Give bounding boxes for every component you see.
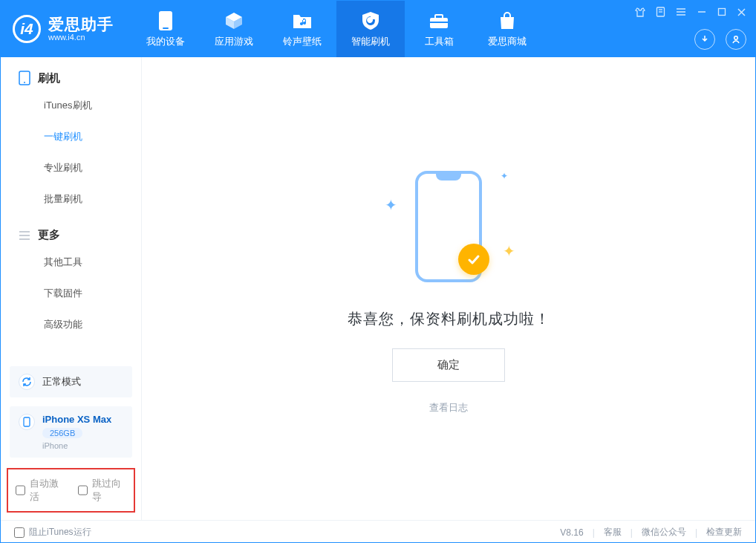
sidebar-category-flash: 刷机 — [1, 57, 141, 90]
checkbox-auto-activate[interactable]: 自动激活 — [16, 477, 65, 504]
nav-smart-flash[interactable]: 智能刷机 — [336, 1, 405, 57]
minimize-button[interactable] — [697, 7, 707, 19]
success-message: 恭喜您，保资料刷机成功啦！ — [348, 309, 550, 329]
sidebar: 刷机 iTunes刷机 一键刷机 专业刷机 批量刷机 更多 其他工具 下载固件 … — [1, 57, 142, 520]
checkbox-label: 阻止iTunes运行 — [29, 526, 91, 539]
checkbox-label: 跳过向导 — [92, 477, 127, 504]
nav-my-device[interactable]: 我的设备 — [131, 1, 200, 57]
sidebar-category-label: 更多 — [38, 228, 60, 242]
sidebar-item-advanced[interactable]: 高级功能 — [1, 309, 141, 340]
svg-rect-1 — [163, 27, 169, 29]
separator: | — [630, 527, 633, 538]
cube-icon — [223, 10, 245, 32]
sparkle-icon: ✦ — [501, 171, 508, 181]
bag-icon — [496, 10, 518, 32]
nav-store[interactable]: 爱思商城 — [473, 1, 541, 57]
success-illustration: ✦ ✦ ✦ — [382, 163, 515, 290]
sidebar-item-batch-flash[interactable]: 批量刷机 — [1, 183, 141, 215]
sidebar-item-pro-flash[interactable]: 专业刷机 — [1, 152, 141, 183]
highlighted-options-box: 自动激活 跳过向导 — [7, 468, 135, 513]
nav-label: 我的设备 — [146, 35, 185, 48]
sidebar-item-other-tools[interactable]: 其他工具 — [1, 247, 141, 278]
shirt-icon[interactable] — [635, 7, 645, 19]
note-icon[interactable] — [656, 7, 665, 19]
nav-label: 工具箱 — [425, 35, 454, 48]
sidebar-item-oneclick-flash[interactable]: 一键刷机 — [1, 121, 141, 152]
download-button[interactable] — [694, 29, 715, 50]
nav-toolbox[interactable]: 工具箱 — [405, 1, 473, 57]
customer-service-link[interactable]: 客服 — [604, 526, 622, 539]
phone-icon — [19, 71, 30, 85]
separator: | — [593, 527, 595, 538]
version-label: V8.16 — [560, 527, 583, 538]
main-content: ✦ ✦ ✦ 恭喜您，保资料刷机成功啦！ 确定 查看日志 — [142, 57, 755, 520]
shield-refresh-icon — [359, 10, 382, 32]
nav-label: 智能刷机 — [351, 35, 390, 48]
brand-subtitle: www.i4.cn — [48, 33, 114, 42]
sidebar-category-more: 更多 — [1, 215, 141, 247]
nav-apps[interactable]: 应用游戏 — [200, 1, 268, 57]
checkbox-label: 自动激活 — [30, 477, 65, 504]
brand-title: 爱思助手 — [48, 16, 114, 33]
checkbox-input[interactable] — [14, 527, 25, 538]
titlebar: i4 爱思助手 www.i4.cn 我的设备 应用游戏 铃声壁纸 智能刷机 工具… — [1, 1, 755, 57]
brand-logo-icon: i4 — [13, 15, 41, 43]
nav-ringtone[interactable]: 铃声壁纸 — [268, 1, 336, 57]
confirm-button[interactable]: 确定 — [392, 348, 505, 382]
checkbox-skip-guide[interactable]: 跳过向导 — [78, 477, 127, 504]
sync-icon — [19, 374, 35, 390]
sparkle-icon: ✦ — [385, 196, 397, 214]
nav-label: 铃声壁纸 — [283, 35, 322, 48]
svg-point-20 — [24, 82, 25, 83]
window-controls-area — [635, 1, 755, 57]
wechat-link[interactable]: 微信公众号 — [642, 526, 686, 539]
check-badge-icon — [458, 244, 489, 275]
checkbox-input[interactable] — [16, 485, 25, 495]
nav-label: 应用游戏 — [215, 35, 253, 48]
sidebar-category-label: 刷机 — [38, 71, 60, 85]
checkbox-input[interactable] — [78, 485, 88, 495]
statusbar: 阻止iTunes运行 V8.16 | 客服 | 微信公众号 | 检查更新 — [1, 520, 755, 543]
close-button[interactable] — [737, 7, 746, 19]
sidebar-item-itunes-flash[interactable]: iTunes刷机 — [1, 90, 141, 121]
toolbox-icon — [428, 10, 450, 32]
view-log-link[interactable]: 查看日志 — [429, 401, 468, 414]
list-icon — [19, 230, 30, 241]
phone-small-icon — [19, 414, 35, 430]
svg-point-18 — [734, 36, 738, 40]
svg-rect-6 — [435, 15, 443, 19]
nav-label: 爱思商城 — [488, 35, 527, 48]
music-folder-icon — [291, 10, 313, 32]
phone-outline-icon — [415, 171, 482, 282]
device-capacity-badge: 256GB — [42, 428, 82, 438]
sparkle-icon: ✦ — [503, 242, 515, 260]
svg-rect-7 — [430, 22, 448, 23]
check-update-link[interactable]: 检查更新 — [706, 526, 742, 539]
device-icon — [154, 10, 177, 32]
device-name: iPhone XS Max — [42, 414, 111, 425]
menu-icon[interactable] — [676, 7, 686, 19]
brand: i4 爱思助手 www.i4.cn — [1, 1, 131, 57]
top-nav: 我的设备 应用游戏 铃声壁纸 智能刷机 工具箱 爱思商城 — [131, 1, 635, 57]
separator: | — [695, 527, 697, 538]
maximize-button[interactable] — [717, 7, 726, 19]
svg-rect-15 — [719, 9, 726, 16]
device-panel[interactable]: iPhone XS Max 256GB iPhone — [10, 406, 132, 458]
device-type: iPhone — [42, 441, 111, 450]
sidebar-item-firmware[interactable]: 下载固件 — [1, 278, 141, 309]
svg-rect-24 — [24, 417, 30, 426]
mode-label: 正常模式 — [42, 375, 81, 388]
mode-panel[interactable]: 正常模式 — [10, 366, 132, 397]
checkbox-block-itunes[interactable]: 阻止iTunes运行 — [14, 526, 91, 539]
user-button[interactable] — [726, 29, 746, 50]
